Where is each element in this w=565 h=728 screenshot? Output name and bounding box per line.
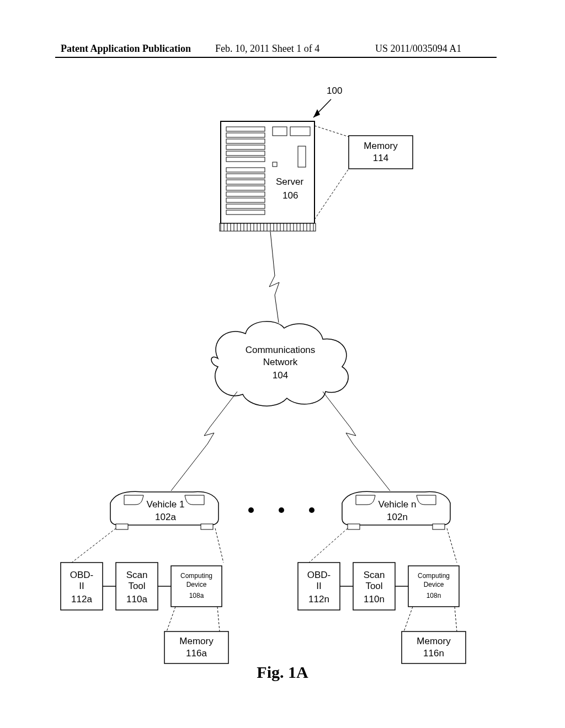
svg-text:110a: 110a — [126, 594, 147, 604]
server-memory-box: Memory 114 — [315, 126, 413, 220]
svg-line-52 — [315, 126, 349, 137]
svg-line-85 — [167, 607, 175, 631]
header-rule — [55, 57, 497, 58]
svg-line-68 — [215, 528, 223, 563]
svg-rect-19 — [298, 146, 306, 167]
svg-text:Device: Device — [186, 581, 207, 588]
header-date-sheet: Feb. 10, 2011 Sheet 1 of 4 — [215, 43, 319, 55]
svg-rect-65 — [348, 524, 360, 529]
vehicle-a-ref: 102a — [155, 512, 176, 522]
svg-line-67 — [72, 528, 116, 563]
vehicle-n-icon: Vehicle n 102n — [342, 491, 450, 529]
system-ref-label: 100 — [327, 85, 342, 96]
svg-line-58 — [323, 392, 350, 427]
svg-text:108n: 108n — [427, 592, 441, 599]
figure-caption: Fig. 1A — [0, 663, 565, 682]
svg-text:Tool: Tool — [128, 581, 145, 591]
server-network-link-icon — [269, 232, 279, 323]
scan-n-box: Scan Tool 110n — [353, 563, 395, 610]
server-tower-icon: Server 106 — [220, 121, 316, 231]
svg-rect-60 — [116, 524, 128, 529]
svg-text:110n: 110n — [364, 594, 385, 604]
figure-diagram: 100 — [0, 66, 565, 700]
svg-line-104 — [404, 607, 413, 631]
obd-n-box: OBD- II 112n — [298, 563, 340, 610]
svg-rect-7 — [226, 151, 265, 156]
svg-text:II: II — [79, 581, 84, 591]
svg-text:112n: 112n — [308, 594, 329, 604]
svg-rect-17 — [273, 127, 287, 136]
svg-line-59 — [353, 444, 390, 491]
scan-a-box: Scan Tool 110a — [116, 563, 158, 610]
server-memory-label: Memory — [364, 141, 398, 151]
svg-text:Tool: Tool — [365, 581, 382, 591]
server-memory-ref: 114 — [373, 153, 388, 163]
svg-rect-15 — [226, 204, 265, 208]
server-ref: 106 — [282, 190, 298, 201]
mem-a-box: Memory 116a — [164, 631, 228, 663]
comp-a-box: Computing Device 108a — [171, 566, 222, 607]
svg-rect-13 — [226, 192, 265, 196]
svg-rect-3 — [226, 127, 265, 131]
network-ref: 104 — [273, 370, 288, 381]
cloud-network-icon: Communications Network 104 — [211, 322, 348, 406]
svg-rect-10 — [226, 174, 265, 178]
svg-rect-4 — [226, 133, 265, 137]
obd-a-box: OBD- II 112a — [61, 563, 103, 610]
svg-text:Memory: Memory — [417, 636, 451, 646]
svg-text:Scan: Scan — [126, 570, 148, 580]
svg-rect-61 — [201, 524, 213, 529]
svg-rect-8 — [226, 157, 265, 162]
svg-text:Computing: Computing — [180, 572, 212, 580]
network-vehicle-n-link-icon — [323, 392, 390, 491]
svg-text:108a: 108a — [189, 592, 204, 599]
svg-marker-1 — [313, 109, 320, 117]
vehicle-n-ref: 102n — [387, 512, 408, 522]
mem-n-box: Memory 116n — [402, 631, 466, 663]
network-vehicle-a-link-icon — [171, 392, 237, 491]
svg-text:OBD-: OBD- — [70, 570, 94, 580]
svg-text:Scan: Scan — [364, 570, 385, 580]
svg-text:116n: 116n — [423, 648, 444, 659]
comp-n-box: Computing Device 108n — [408, 566, 459, 607]
vehicle-n-label: Vehicle n — [379, 499, 417, 510]
svg-point-64 — [309, 507, 315, 513]
svg-line-69 — [309, 528, 348, 563]
svg-line-70 — [447, 528, 457, 563]
svg-line-86 — [217, 607, 220, 631]
svg-text:Memory: Memory — [179, 636, 214, 646]
server-label: Server — [276, 176, 303, 187]
svg-line-105 — [455, 607, 457, 631]
svg-text:Device: Device — [424, 581, 444, 588]
svg-line-53 — [315, 169, 349, 220]
svg-text:Computing: Computing — [418, 572, 450, 580]
svg-rect-66 — [433, 524, 445, 529]
svg-point-62 — [248, 507, 254, 513]
svg-line-56 — [210, 392, 237, 427]
svg-point-63 — [279, 507, 284, 513]
svg-rect-6 — [226, 145, 265, 149]
svg-text:116a: 116a — [186, 648, 207, 659]
network-label-l1: Communications — [246, 345, 316, 355]
svg-rect-9 — [226, 168, 265, 172]
svg-line-55 — [275, 295, 279, 323]
svg-rect-18 — [290, 127, 310, 136]
svg-rect-11 — [226, 180, 265, 184]
svg-text:112a: 112a — [71, 594, 92, 604]
vehicle-a-icon: Vehicle 1 102a — [110, 491, 218, 529]
svg-text:OBD-: OBD- — [307, 570, 331, 580]
vehicle-a-label: Vehicle 1 — [147, 499, 185, 510]
network-label-l2: Network — [263, 357, 298, 367]
header-publication-number: US 2011/0035094 A1 — [375, 43, 461, 55]
ellipsis-icon — [248, 507, 315, 513]
svg-text:II: II — [316, 581, 321, 591]
svg-line-54 — [270, 232, 275, 276]
svg-line-57 — [171, 444, 207, 491]
svg-rect-12 — [226, 186, 265, 190]
header-publication-type: Patent Application Publication — [61, 43, 191, 55]
svg-rect-16 — [226, 210, 265, 215]
svg-rect-14 — [226, 198, 265, 202]
svg-rect-20 — [273, 162, 277, 167]
svg-rect-5 — [226, 139, 265, 143]
